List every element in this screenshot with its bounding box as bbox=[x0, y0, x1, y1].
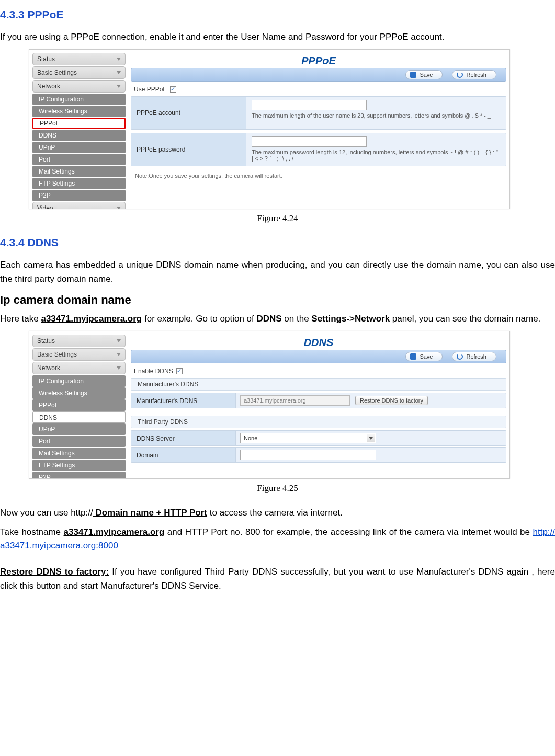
group-third-party-ddns: Third Party DDNS bbox=[131, 416, 506, 428]
use-pppoe-label: Use PPPoE bbox=[134, 86, 167, 93]
save-label: Save bbox=[420, 72, 433, 78]
restore-ddns-button[interactable]: Restore DDNS to factory bbox=[355, 396, 428, 405]
ddns-screenshot: Status Basic Settings Network IP Configu… bbox=[29, 331, 510, 479]
hostname-example: Take hostname a33471.myipcamera.org and … bbox=[0, 525, 555, 553]
sidebar-sub-mail-settings[interactable]: Mail Settings bbox=[32, 166, 126, 177]
pppoe-intro-text: If you are using a PPPoE connection, ena… bbox=[0, 30, 555, 44]
sidebar-sub-wireless-settings[interactable]: Wireless Settings bbox=[32, 387, 126, 399]
refresh-label: Refresh bbox=[466, 72, 486, 78]
refresh-label: Refresh bbox=[466, 353, 486, 360]
panel-title: PPPoE bbox=[131, 53, 506, 68]
enable-ddns-row: Enable DDNS bbox=[131, 366, 506, 378]
ddns-server-row: DDNS Server None bbox=[131, 430, 506, 446]
save-icon bbox=[410, 72, 416, 78]
sidebar-sub-ip-configuration[interactable]: IP Configuration bbox=[32, 94, 126, 105]
txt: and HTTP Port no. 800 for example, the a… bbox=[164, 527, 533, 537]
sidebar-item-video[interactable]: Video bbox=[32, 202, 126, 209]
restore-ddns-lead: Restore DDNS to factory: bbox=[0, 567, 109, 577]
ddns-domain-row: Domain bbox=[131, 447, 506, 463]
example-domain: a33471.myipcamera.org bbox=[41, 314, 142, 324]
pppoe-password-label: PPPoE password bbox=[131, 133, 246, 166]
pppoe-account-input[interactable] bbox=[252, 100, 367, 110]
save-label: Save bbox=[420, 353, 433, 360]
sidebar-sub-upnp[interactable]: UPnP bbox=[32, 142, 126, 153]
sidebar-sub-ftp-settings[interactable]: FTP Settings bbox=[32, 460, 126, 471]
main-panel: PPPoE Save Refresh Use PPPoE PPPoE accou… bbox=[131, 53, 506, 205]
restart-note: Note:Once you save your settings, the ca… bbox=[131, 169, 506, 182]
enable-ddns-label: Enable DDNS bbox=[134, 368, 173, 375]
ddns-domain-label: Domain bbox=[131, 448, 236, 462]
mfg-ddns-label: Manufacturer's DDNS bbox=[131, 393, 236, 408]
txt: on the bbox=[282, 314, 312, 324]
figure-caption-2: Figure 4.25 bbox=[0, 483, 555, 494]
sidebar-sub-ip-configuration[interactable]: IP Configuration bbox=[32, 375, 126, 387]
panel-title: DDNS bbox=[131, 335, 506, 350]
sidebar-sub-p2p[interactable]: P2P bbox=[32, 190, 126, 201]
sidebar-sub-ddns[interactable]: DDNS bbox=[32, 411, 126, 423]
save-button[interactable]: Save bbox=[405, 352, 443, 361]
pppoe-account-hint: The maximum length of the user name is 2… bbox=[252, 112, 491, 119]
section-heading-pppoe: 4.3.3 PPPoE bbox=[0, 8, 555, 21]
pppoe-account-row: PPPoE account The maximum length of the … bbox=[131, 96, 506, 130]
pppoe-password-hint: The maximum password length is 12, inclu… bbox=[252, 149, 498, 162]
ddns-server-label: DDNS Server bbox=[131, 431, 236, 445]
sidebar-sub-mail-settings[interactable]: Mail Settings bbox=[32, 448, 126, 459]
figure-caption-1: Figure 4.24 bbox=[0, 213, 555, 224]
restore-ddns-paragraph: Restore DDNS to factory: If you have con… bbox=[0, 565, 555, 593]
refresh-button[interactable]: Refresh bbox=[452, 352, 496, 361]
mfg-ddns-value: a33471.myipcamera.org bbox=[240, 395, 350, 406]
settings-bold: Settings->Network bbox=[311, 314, 390, 324]
txt: for example. Go to option of bbox=[142, 314, 256, 324]
pppoe-screenshot: Status Basic Settings Network IP Configu… bbox=[29, 49, 510, 209]
sidebar-item-status[interactable]: Status bbox=[32, 335, 126, 347]
use-pppoe-row: Use PPPoE bbox=[131, 85, 506, 96]
group-manufacturers-ddns: Manufacturer's DDNS bbox=[131, 378, 506, 391]
sidebar-item-network[interactable]: Network bbox=[32, 80, 126, 93]
sidebar-item-status[interactable]: Status bbox=[32, 53, 126, 65]
sidebar-sub-ddns[interactable]: DDNS bbox=[32, 130, 126, 141]
ddns-intro-text: Each camera has embedded a unique DDNS d… bbox=[0, 258, 555, 286]
sidebar-item-network[interactable]: Network bbox=[32, 362, 126, 374]
sidebar-item-basic-settings[interactable]: Basic Settings bbox=[32, 348, 126, 361]
toolbar: Save Refresh bbox=[131, 350, 506, 363]
sidebar-sub-upnp[interactable]: UPnP bbox=[32, 423, 126, 435]
pppoe-password-row: PPPoE password The maximum password leng… bbox=[131, 133, 506, 166]
txt: Take hostname bbox=[0, 527, 64, 537]
pppoe-password-input[interactable] bbox=[252, 136, 367, 147]
sidebar-sub-ftp-settings[interactable]: FTP Settings bbox=[32, 178, 126, 189]
main-panel: DDNS Save Refresh Enable DDNS Manufactur… bbox=[131, 335, 506, 475]
hostname-value: a33471.myipcamera.org bbox=[64, 527, 165, 537]
section-heading-ddns: 4.3.4 DDNS bbox=[0, 236, 555, 249]
ddns-domain-input[interactable] bbox=[240, 450, 376, 460]
sidebar-item-basic-settings[interactable]: Basic Settings bbox=[32, 66, 126, 79]
sidebar-sub-port[interactable]: Port bbox=[32, 436, 126, 447]
manufacturers-ddns-row: Manufacturer's DDNS a33471.myipcamera.or… bbox=[131, 393, 506, 408]
txt: Here take bbox=[0, 314, 41, 324]
sidebar: Status Basic Settings Network IP Configu… bbox=[32, 335, 126, 479]
sidebar-sub-port[interactable]: Port bbox=[32, 154, 126, 165]
txt: Now you can use http:// bbox=[0, 508, 93, 518]
ip-camera-domain-heading: Ip camera domain name bbox=[0, 293, 555, 307]
save-button[interactable]: Save bbox=[405, 70, 443, 79]
save-icon bbox=[410, 353, 416, 360]
access-instruction: Now you can use http:// Domain name + HT… bbox=[0, 506, 555, 520]
toolbar: Save Refresh bbox=[131, 68, 506, 82]
sidebar-sub-pppoe[interactable]: PPPoE bbox=[32, 118, 126, 129]
refresh-button[interactable]: Refresh bbox=[452, 70, 496, 79]
sidebar: Status Basic Settings Network IP Configu… bbox=[32, 53, 126, 209]
refresh-icon bbox=[457, 353, 463, 360]
txt: panel, you can see the domain name. bbox=[390, 314, 540, 324]
sidebar-sub-p2p[interactable]: P2P bbox=[32, 472, 126, 479]
refresh-icon bbox=[457, 72, 463, 78]
ddns-example-text: Here take a33471.myipcamera.org for exam… bbox=[0, 312, 555, 326]
domain-plus-port: Domain name + HTTP Port bbox=[93, 508, 207, 518]
txt: to access the camera via internet. bbox=[207, 508, 343, 518]
pppoe-account-label: PPPoE account bbox=[131, 97, 246, 129]
enable-ddns-checkbox[interactable] bbox=[176, 368, 183, 374]
ddns-server-select[interactable]: None bbox=[240, 433, 376, 443]
sidebar-sub-wireless-settings[interactable]: Wireless Settings bbox=[32, 106, 126, 117]
sidebar-sub-pppoe[interactable]: PPPoE bbox=[32, 399, 126, 411]
ddns-bold: DDNS bbox=[256, 314, 281, 324]
use-pppoe-checkbox[interactable] bbox=[170, 86, 176, 93]
